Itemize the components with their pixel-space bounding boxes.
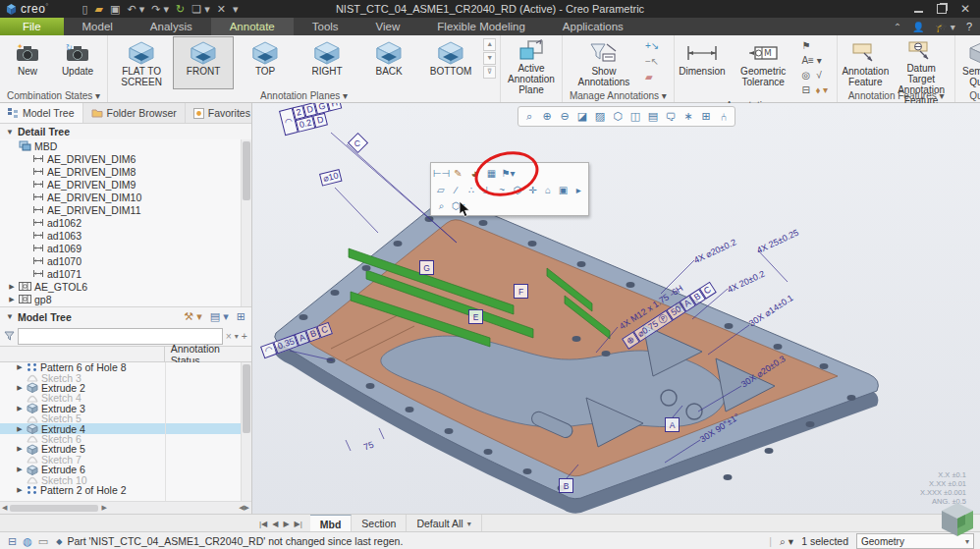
display-style-icon[interactable]: ⬡ xyxy=(610,109,626,124)
tag-icon[interactable]: ⚑▾ xyxy=(501,166,516,181)
detail-tree-header[interactable]: ▼Detail Tree xyxy=(0,124,251,139)
detail-tree-item[interactable]: AE_DRIVEN_DIM11 xyxy=(0,203,251,216)
new-file-icon[interactable]: ▯ xyxy=(82,3,88,16)
default-view-icon[interactable]: ⌂ xyxy=(541,183,555,197)
filter-dropdown-icon[interactable]: ▾ xyxy=(235,332,239,341)
designate-icon[interactable]: ▦ xyxy=(484,166,499,181)
datum-feature-symbol-icon[interactable]: ⚑ xyxy=(801,39,810,52)
dimension-button[interactable]: Dimension xyxy=(678,36,727,89)
navigator-tab-favorites[interactable]: Favorites xyxy=(186,103,259,123)
navigator-tab-folder-browser[interactable]: Folder Browser xyxy=(83,103,186,123)
model-tree-hscrollbar[interactable]: ◀▶◀▶ xyxy=(0,501,251,514)
eraser-icon[interactable]: ▰ xyxy=(645,71,659,83)
annotation-plane-flat-to-screen-button[interactable]: FLAT TO SCREEN xyxy=(111,36,172,89)
group-label-query[interactable]: Query xyxy=(958,89,980,103)
datum-tag-a[interactable]: A xyxy=(665,417,680,432)
spline-icon[interactable]: ~ xyxy=(495,183,509,197)
designate-icon[interactable]: ⬧ ▾ xyxy=(816,83,828,96)
window-switch-icon[interactable]: ❏ ▾ xyxy=(191,3,209,16)
datum-display-filters-icon[interactable]: ∗ xyxy=(681,109,696,124)
planes-gallery-icon[interactable]: ⊽ xyxy=(483,66,496,79)
detail-tree-item[interactable]: ▶AE_GTOL6 xyxy=(0,280,251,293)
repaint-icon[interactable]: ▨ xyxy=(592,109,608,124)
datum-tag-e[interactable]: E xyxy=(468,309,483,324)
refit-icon[interactable]: ◪ xyxy=(574,109,590,124)
show-annotations-add-icon[interactable]: +↘ xyxy=(645,39,659,52)
menu-tab-analysis[interactable]: Analysis xyxy=(132,18,211,35)
detail-tree-item[interactable]: ad1069 xyxy=(0,242,251,254)
model-tree-column-header[interactable]: Annotation Status xyxy=(0,346,251,362)
new-combination-state-button[interactable]: ✦ New xyxy=(3,36,52,89)
graphics-area[interactable]: ⌕⊕⊖◪▨⬡◫▤🗨∗⊞⑃ ◠2DGH0.2DC⌀104X M12 x 1.75 … xyxy=(252,103,980,514)
semantic-query-button[interactable]: Semantic Query xyxy=(958,36,980,89)
update-combination-state-button[interactable]: ↻ Update xyxy=(53,36,102,89)
cleanup-dimensions-icon[interactable]: ⊟ xyxy=(801,83,809,96)
first-tab-icon[interactable]: |◀ xyxy=(259,520,267,528)
prev-tab-icon[interactable]: ◀ xyxy=(272,520,278,528)
annotation-plane-top-button[interactable]: TOP xyxy=(235,36,296,89)
group-label-manage-annotations[interactable]: Manage Annotations ▾ xyxy=(566,89,671,103)
tree-filters-icon[interactable]: ⚒ ▾ xyxy=(184,310,201,323)
view-tab-mbd[interactable]: Mbd xyxy=(310,515,353,532)
detail-tree-item[interactable]: ad1063 xyxy=(0,229,251,242)
surface-finish-icon[interactable]: √ xyxy=(816,69,822,82)
model-tree-header[interactable]: ▼Model Tree ⚒ ▾ ▤ ▾ ⊞ xyxy=(0,306,251,326)
model-tree-toggle-icon[interactable]: ⊞ xyxy=(698,109,714,124)
active-annotation-plane-button[interactable]: Active Annotation Plane xyxy=(504,36,559,89)
named-view-icon[interactable]: ▣ xyxy=(557,183,571,197)
tree-settings-icon[interactable]: ⊞ xyxy=(237,310,245,323)
menu-tab-applications[interactable]: Applications xyxy=(544,18,642,35)
fullscreen-icon[interactable]: ▭ xyxy=(38,535,48,548)
zoom-region-icon[interactable]: ⌕ xyxy=(521,109,537,124)
zoom-in-icon[interactable]: ⊕ xyxy=(539,109,555,124)
annotation-plane-bottom-button[interactable]: BOTTOM xyxy=(420,36,481,89)
datum-icon[interactable]: ⊥ xyxy=(480,183,494,197)
model-tree-item[interactable]: ▶Extrude 4 xyxy=(0,423,251,433)
detail-tree-item[interactable]: ad1071 xyxy=(0,267,251,280)
annotation-plane-front-button[interactable]: FRONT xyxy=(173,36,234,89)
navigator-tab-model-tree[interactable]: Model Tree xyxy=(0,103,83,123)
model-tree-item[interactable]: ▶Pattern 6 of Hole 8 xyxy=(0,362,251,372)
extrude-icon[interactable]: ⬡ xyxy=(511,183,524,197)
zoom-out-icon[interactable]: ⊖ xyxy=(557,109,572,124)
detail-tree-item[interactable]: ▶gp9 xyxy=(0,305,251,306)
model-tree-item[interactable]: ▶Extrude 3 xyxy=(0,404,251,413)
datum-tag-g[interactable]: G xyxy=(419,260,434,275)
minimize-button[interactable] xyxy=(914,5,923,13)
detail-tree-item[interactable]: ad1070 xyxy=(0,254,251,267)
filter-clear-icon[interactable]: × xyxy=(226,330,232,342)
point-icon[interactable]: ∴ xyxy=(464,183,478,197)
open-file-icon[interactable]: ▰ xyxy=(95,3,103,16)
planes-scroll-down-icon[interactable]: ▼ xyxy=(483,52,496,65)
undo-icon[interactable]: ↶ ▾ xyxy=(127,3,144,16)
tree-columns-icon[interactable]: ▤ ▾ xyxy=(210,310,229,323)
symbol-icon[interactable]: ◎ xyxy=(801,69,810,82)
appearance-brush-icon[interactable]: ✎ xyxy=(451,166,465,181)
menu-tab-view[interactable]: View xyxy=(357,18,419,35)
more-arrow-icon[interactable]: ▸ xyxy=(572,183,585,197)
menu-tab-annotate[interactable]: Annotate xyxy=(211,18,294,35)
navigator-toggle-icon[interactable]: ⊟ xyxy=(8,535,17,548)
appearance-gallery-icon[interactable]: ◕ xyxy=(467,166,482,181)
collapse-ribbon-icon[interactable]: ⌃ xyxy=(894,22,901,32)
group-label-annotation-planes[interactable]: Annotation Planes ▾ xyxy=(111,89,497,103)
group-label-annotation-features[interactable]: Annotation Features ▾ xyxy=(841,89,952,103)
detail-tree-item[interactable]: MBD xyxy=(0,139,251,152)
menu-tab-model[interactable]: Model xyxy=(64,18,132,35)
customize-qat-icon[interactable]: ▾ xyxy=(233,3,239,16)
detail-tree-item[interactable]: ad1062 xyxy=(0,216,251,229)
model-tree-item[interactable]: Sketch 5 xyxy=(0,413,251,423)
line-icon[interactable]: ∕ xyxy=(450,183,463,197)
model-tree-item[interactable]: Sketch 6 xyxy=(0,434,251,444)
view-tab-dropdown-icon[interactable]: ▾ xyxy=(467,520,471,528)
learning-connector-icon[interactable]: 🎓 ▾ xyxy=(936,22,955,32)
dimension-icon[interactable]: ⊢⊣ xyxy=(434,166,449,181)
model-tree-item[interactable]: ▶Extrude 5 xyxy=(0,444,251,454)
datum-tag-f[interactable]: F xyxy=(514,284,528,299)
detail-tree-item[interactable]: ▶gp8 xyxy=(0,293,251,305)
scene-setup-icon[interactable]: ▤ xyxy=(645,109,661,124)
model-tree-item[interactable]: ▶Extrude 6 xyxy=(0,465,251,474)
view-tab-section[interactable]: Section xyxy=(352,515,407,532)
model-tree-item[interactable]: Sketch 7 xyxy=(0,455,251,465)
restore-button[interactable] xyxy=(937,4,947,14)
